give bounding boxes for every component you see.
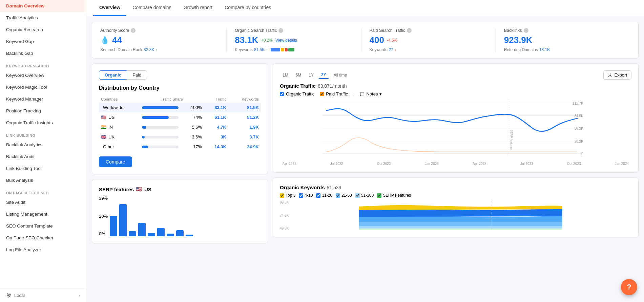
export-button[interactable]: Export [603,70,631,80]
country-flag: 🇺🇸 [101,115,106,120]
serp-checkbox[interactable] [377,193,381,198]
sidebar: Domain Overview Traffic Analytics Organi… [0,0,86,302]
legend-notes[interactable]: Notes ▾ [360,91,382,96]
sidebar-item-organic-research[interactable]: Organic Research [0,24,86,36]
legend-paid-label: Paid Traffic [326,91,348,96]
time-1m[interactable]: 1M [280,72,291,79]
view-details-link[interactable]: View details [275,38,297,43]
tab-growth-report[interactable]: Growth report [178,0,219,16]
sidebar-item-bulk-analysis[interactable]: Bulk Analysis [0,174,86,186]
sidebar-item-backlink-gap[interactable]: Backlink Gap [0,47,86,59]
tab-compare-domains[interactable]: Compare domains [126,0,177,16]
time-1y[interactable]: 1Y [306,72,316,79]
backlinks-info-icon[interactable]: i [524,28,528,33]
tab-overview[interactable]: Overview [93,0,126,16]
chevron-right-icon: › [79,293,80,298]
kw-legend-51-100[interactable]: 51-100 [355,193,374,198]
paid-search-info-icon[interactable]: i [407,28,412,33]
sidebar-item-keyword-magic-tool[interactable]: Keyword Magic Tool [0,81,86,93]
legend-paid[interactable]: Paid Traffic [320,91,348,96]
right-panel: 1M 6M 1Y 2Y All time Export Organic Traf… [273,63,639,297]
serp-bar-item [138,223,146,236]
table-row[interactable]: 🇮🇳 IN 5.6% 4.7K 1.9K [99,122,261,132]
svg-text:28.2K: 28.2K [574,139,583,143]
sidebar-item-organic-traffic-insights[interactable]: Organic Traffic Insights [0,117,86,129]
sidebar-item-keyword-manager[interactable]: Keyword Manager [0,93,86,105]
sidebar-item-log-file-analyzer[interactable]: Log File Analyzer [0,244,86,256]
authority-score-info-icon[interactable]: i [131,28,136,33]
sidebar-item-backlink-audit[interactable]: Backlink Audit [0,151,86,163]
kb-green [288,48,294,51]
referring-domains-link[interactable]: 13.1K [539,47,550,52]
sidebar-item-keyword-gap[interactable]: Keyword Gap [0,36,86,47]
11-20-checkbox[interactable] [316,193,320,198]
serp-chart-area [108,196,261,236]
serp-features-country: US [144,187,151,192]
time-all[interactable]: All time [331,72,350,79]
authority-score-icon: 💧 [100,36,109,45]
sidebar-item-on-page-seo-checker[interactable]: On Page SEO Checker [0,232,86,244]
legend-organic-label: Organic Traffic [286,91,314,96]
help-button[interactable]: ? [621,279,637,295]
organic-toggle-btn[interactable]: Organic [99,70,127,80]
sidebar-item-seo-content-template[interactable]: SEO Content Template [0,220,86,232]
country-name: IN [108,125,113,130]
compare-button[interactable]: Compare [99,156,132,167]
country-cell: Other [99,142,140,152]
table-row[interactable]: Other 17% 14.3K 24.9K [99,142,261,152]
kw-legend-serp[interactable]: SERP Features [377,193,411,198]
4-10-checkbox[interactable] [299,193,303,198]
21-50-checkbox[interactable] [336,193,340,198]
kw-legend-top3[interactable]: Top 3 [280,193,295,198]
sidebar-item-keyword-overview[interactable]: Keyword Overview [0,69,86,81]
organic-checkbox[interactable] [280,92,284,96]
sidebar-item-listing-management[interactable]: Listing Management [0,208,86,220]
sidebar-item-traffic-analytics[interactable]: Traffic Analytics [0,12,86,24]
traffic-cell: 83.1K [204,103,228,112]
organic-paid-toggle: Organic Paid [99,70,261,80]
time-6m[interactable]: 6M [293,72,304,79]
svg-text:SERP features: SERP features [510,130,513,150]
sidebar-bottom-local[interactable]: Local › [0,288,86,302]
keywords-value-link[interactable]: 81.5K [254,47,265,52]
paid-toggle-btn[interactable]: Paid [127,70,147,80]
legend-organic[interactable]: Organic Traffic [280,91,314,96]
domain-rank-link[interactable]: 32.8K [144,47,154,52]
kw-legend-21-50[interactable]: 21-50 [336,193,352,198]
kw-chart-wrapper: 99.5K 74.6K 49.8K [280,200,631,230]
authority-score-value: 44 [112,35,122,45]
backlinks-value: 923.9K [504,35,533,45]
51-100-checkbox[interactable] [355,193,360,198]
svg-point-0 [8,294,9,296]
time-filters: 1M 6M 1Y 2Y All time [280,71,350,79]
keywords-cell: 1.9K [228,122,261,132]
country-name: Other [103,144,114,149]
kw-legend-4-10[interactable]: 4-10 [299,193,313,198]
traffic-share-cell: 5.6% [181,122,204,132]
serp-bar-item [186,235,193,236]
paid-checkbox[interactable] [320,92,324,96]
sidebar-item-domain-overview[interactable]: Domain Overview [0,0,86,12]
time-2y[interactable]: 2Y [318,71,329,79]
sidebar-item-site-audit[interactable]: Site Audit [0,196,86,208]
keywords-cell: 81.5K [228,103,261,112]
sidebar-item-link-building-tool[interactable]: Link Building Tool [0,163,86,174]
kw-legend-11-20[interactable]: 11-20 [316,193,332,198]
organic-search-info-icon[interactable]: i [278,28,283,33]
section-keyword-research: KEYWORD RESEARCH [0,59,86,69]
export-icon [608,73,612,78]
paid-keywords-link[interactable]: 27 [389,47,393,52]
sidebar-item-position-tracking[interactable]: Position Tracking [0,105,86,117]
metric-authority-score: Authority Score i 💧 44 Semrush Domain Ra… [100,28,227,52]
bar-cell [140,122,181,132]
table-row[interactable]: Worldwide 100% 83.1K 81.5K [99,103,261,112]
country-cell: Worldwide [99,103,140,112]
tab-compare-by-countries[interactable]: Compare by countries [219,0,277,16]
sidebar-item-backlink-analytics[interactable]: Backlink Analytics [0,139,86,151]
serp-bar-item [129,231,136,236]
table-row[interactable]: 🇬🇧 UK 3.6% 3K 3.7K [99,132,261,142]
top3-checkbox[interactable] [280,193,284,198]
table-row[interactable]: 🇺🇸 US 74% 61.1K 51.2K [99,112,261,122]
organic-keywords-title: Organic Keywords [280,185,325,190]
country-name: US [108,115,115,120]
